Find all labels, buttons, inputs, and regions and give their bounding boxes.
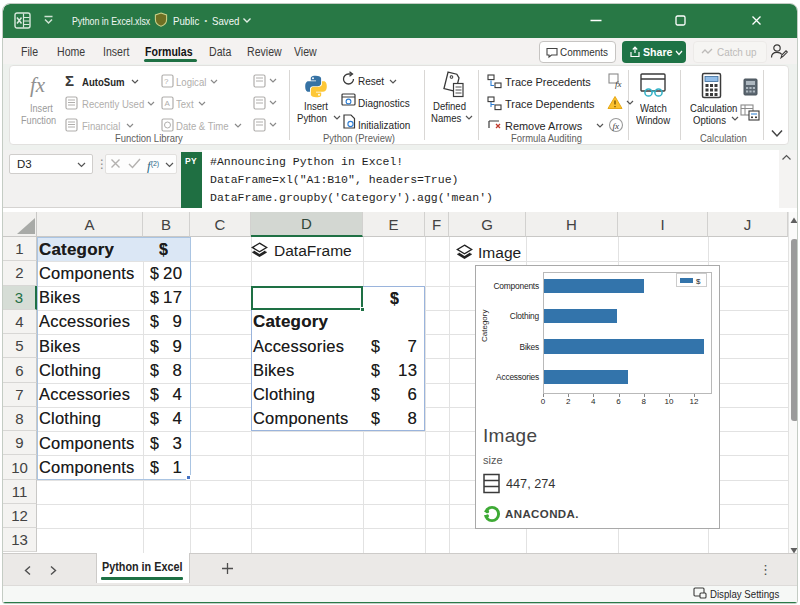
svg-text:fx: fx bbox=[613, 121, 620, 131]
svg-text:fx: fx bbox=[615, 79, 622, 89]
svg-text:?: ? bbox=[164, 77, 169, 86]
svg-text:A: A bbox=[165, 99, 171, 108]
